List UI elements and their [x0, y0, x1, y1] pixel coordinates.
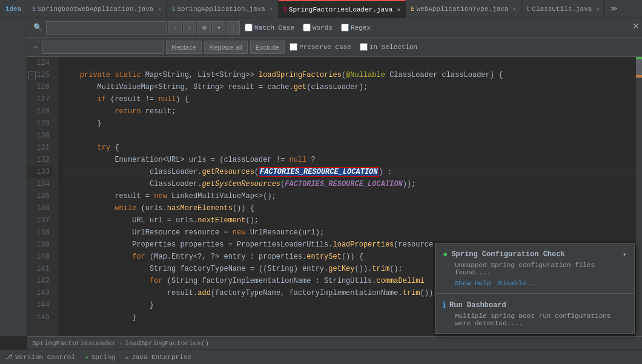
line-num-127: 127 — [27, 93, 53, 105]
code-line-133: classLoader.getResources(FACTORIES_RESOU… — [62, 166, 636, 178]
disable-link[interactable]: Disable... — [498, 280, 538, 287]
tab-icon-1: S — [32, 6, 36, 13]
code-line-124 — [62, 57, 636, 69]
find-next-button[interactable]: ↓ — [183, 21, 196, 35]
find-prev-button[interactable]: ↑ — [168, 21, 182, 35]
line-num-131: 131 — [27, 142, 53, 154]
code-line-128: return result; — [62, 105, 636, 117]
words-option[interactable]: Words — [303, 24, 333, 31]
tab-close-3[interactable]: ✕ — [397, 6, 400, 13]
line-num-138: 138 — [27, 227, 53, 239]
line-num-128: 128 — [27, 105, 53, 117]
regex-option[interactable]: Regex — [341, 24, 371, 31]
line-num-125: 125 − — [27, 69, 53, 81]
tab-label-4: WebApplicationType.java — [416, 5, 508, 13]
search-options-button[interactable]: ▾ — [212, 21, 225, 35]
replace-bar: ↔ Replace Replace all Exclude Preserve C… — [27, 38, 642, 57]
match-case-checkbox[interactable] — [245, 24, 253, 31]
search-options: Match Case Words Regex ✕ — [245, 24, 371, 31]
status-java[interactable]: ☕ Java Enterprise — [125, 353, 191, 361]
status-spring[interactable]: ✦ Spring — [85, 353, 115, 361]
tab-close-4[interactable]: ✕ — [512, 5, 516, 13]
replace-input[interactable] — [42, 41, 164, 54]
tab-label-5: ClassUtils.java — [532, 5, 592, 13]
tab-class-utils[interactable]: C ClassUtils.java ✕ — [521, 0, 605, 18]
breadcrumb-class: SpringFactoriesLoader — [32, 340, 116, 347]
words-checkbox[interactable] — [303, 24, 311, 31]
tab-icon-2: S — [171, 6, 175, 13]
code-line-129: } — [62, 117, 636, 130]
spring-notif-icon: ● — [443, 250, 448, 259]
line-num-136: 136 — [27, 202, 53, 214]
spring-notif-body: Unmapped Spring configuration files foun… — [455, 262, 627, 276]
tab-web-app-type[interactable]: E WebApplicationType.java ✕ — [406, 0, 521, 18]
line-num-142: 142 — [27, 275, 53, 287]
breadcrumb-method: loadSpringFactories() — [125, 340, 209, 347]
line-num-140: 140 — [27, 251, 53, 263]
find-input[interactable] — [46, 21, 167, 35]
close-search-button[interactable]: ✕ — [632, 21, 640, 31]
spring-notif-actions: Show Help Disable... — [455, 280, 627, 287]
status-bar: ⎇ Version Control ✦ Spring ☕ Java Enterp… — [0, 349, 642, 364]
java-label: Java Enterprise — [131, 354, 191, 361]
line-num-137: 137 — [27, 214, 53, 227]
right-indicator-2 — [636, 75, 642, 77]
regex-label: Regex — [351, 24, 371, 31]
vcs-icon: ⎇ — [5, 353, 13, 361]
run-notif-icon: ℹ — [443, 300, 446, 310]
words-label: Words — [313, 24, 333, 31]
preserve-case-option[interactable]: Preserve Case — [290, 43, 351, 51]
tab-label-1: SpringbootWebApplication.java — [38, 5, 153, 13]
notification-run-dashboard: ℹ Run Dashboard Multiple Spring Boot run… — [435, 294, 634, 333]
exclude-button[interactable]: Exclude — [250, 41, 285, 54]
regex-checkbox[interactable] — [341, 24, 349, 31]
match-case-option[interactable]: Match Case — [245, 24, 294, 31]
tab-overflow[interactable]: ≫ — [605, 0, 623, 18]
breadcrumb-bar: SpringFactoriesLoader › loadSpringFactor… — [27, 336, 642, 349]
spring-label: Spring — [91, 354, 116, 361]
line-numbers: 124 125 − 126 127 128 129 130 131 132 13… — [27, 57, 58, 336]
fold-marker-125[interactable]: − — [28, 71, 36, 79]
match-case-label: Match Case — [254, 24, 294, 31]
spring-notif-expand[interactable]: ▾ — [623, 250, 627, 259]
code-line-127: if (result != null) { — [62, 93, 636, 105]
notif-spring-header: ● Spring Configuration Check ▾ — [443, 250, 627, 259]
code-line-138: UrlResource resource = new UrlResource(u… — [62, 227, 636, 239]
tab-close-1[interactable]: ✕ — [157, 5, 161, 13]
code-line-135: result = new LinkedMultiValueMap<>(); — [62, 190, 636, 202]
tab-spring-factories[interactable]: S SpringFactoriesLoader.java ✕ — [279, 0, 406, 18]
in-selection-checkbox[interactable] — [360, 43, 368, 51]
line-num-134: 134 — [27, 178, 53, 190]
tab-label-3: SpringFactoriesLoader.java — [289, 6, 393, 13]
tab-close-5[interactable]: ✕ — [596, 5, 600, 13]
code-line-125: private static Map<String, List<String>>… — [62, 69, 636, 81]
search-bar: 🔍 ↑ ↓ ⊕ ▾ ⋮ Match Case Words Regex ✕ — [27, 18, 642, 38]
line-num-130: 130 — [27, 130, 53, 142]
replace-button[interactable]: Replace — [166, 41, 201, 54]
line-num-126: 126 — [27, 81, 53, 93]
search-input-group: 🔍 ↑ ↓ ⊕ ▾ ⋮ — [31, 21, 240, 35]
replace-icon: ↔ — [31, 43, 40, 51]
search-filter-button[interactable]: ⋮ — [227, 21, 240, 35]
in-selection-option[interactable]: In Selection — [360, 43, 417, 51]
left-panel — [0, 18, 27, 336]
tab-springboot-web[interactable]: S SpringbootWebApplication.java ✕ — [27, 0, 167, 18]
find-usages-button[interactable]: ⊕ — [197, 21, 211, 35]
tab-spring-app[interactable]: S SpringApplication.java ✕ — [167, 0, 278, 18]
tab-label-2: SpringApplication.java — [177, 5, 265, 13]
right-gutter — [636, 57, 642, 336]
line-num-141: 141 — [27, 263, 53, 275]
status-vcs[interactable]: ⎇ Version Control — [5, 353, 75, 361]
notif-run-header: ℹ Run Dashboard — [443, 300, 627, 310]
tab-bar: idea S SpringbootWebApplication.java ✕ S… — [0, 0, 642, 18]
code-line-134: ClassLoader.getSystemResources(FACTORIES… — [62, 178, 636, 190]
line-num-143: 143 — [27, 287, 53, 299]
notification-popup: ● Spring Configuration Check ▾ Unmapped … — [435, 243, 635, 334]
replace-all-button[interactable]: Replace all — [204, 41, 248, 54]
preserve-case-checkbox[interactable] — [290, 43, 297, 51]
show-help-link[interactable]: Show Help — [455, 280, 491, 287]
tab-icon-5: C — [526, 6, 530, 13]
tab-close-2[interactable]: ✕ — [270, 5, 273, 13]
line-num-145: 145 — [27, 311, 53, 323]
spring-notif-title: Spring Configuration Check — [451, 250, 564, 259]
